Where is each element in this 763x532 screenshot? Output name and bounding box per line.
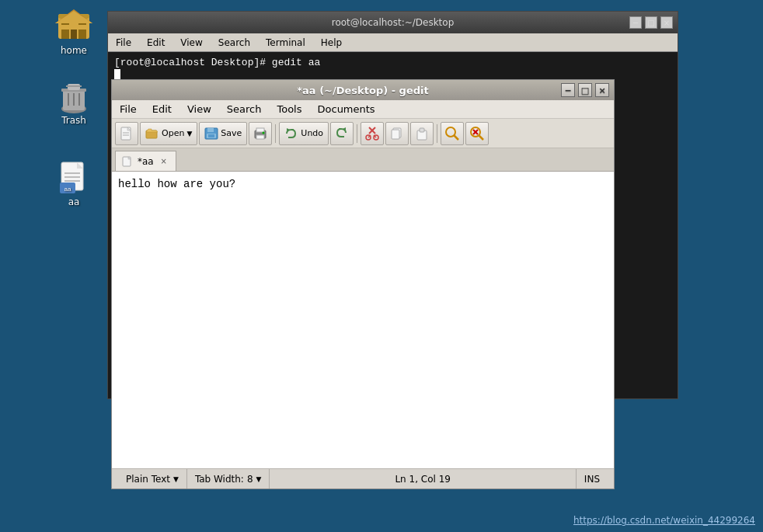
gedit-maximize-btn[interactable]: □ (578, 83, 592, 97)
tab-width-value: 8 (247, 474, 253, 485)
tab-name: *aa (138, 156, 154, 167)
cut-button[interactable] (361, 122, 384, 145)
terminal-menu-edit[interactable]: Edit (139, 36, 172, 50)
undo-label: Undo (301, 128, 323, 138)
home-desktop-icon[interactable]: home (43, 8, 105, 56)
terminal-close-btn[interactable]: × (660, 16, 673, 29)
terminal-title-buttons: − □ × (629, 16, 673, 29)
gedit-menu-file[interactable]: File (112, 102, 145, 116)
terminal-title: root@localhost:~/Desktop (332, 17, 455, 28)
copy-button[interactable] (385, 122, 409, 145)
terminal-cursor (114, 69, 120, 80)
svg-text:aa: aa (64, 186, 71, 193)
svg-rect-49 (420, 128, 424, 132)
svg-rect-31 (207, 128, 214, 132)
undo-icon (284, 127, 298, 140)
redo-button[interactable] (330, 122, 354, 145)
svg-rect-6 (71, 30, 77, 39)
trash-desktop-icon[interactable]: Trash (43, 78, 105, 126)
svg-line-53 (479, 135, 483, 140)
terminal-menu-file[interactable]: File (108, 36, 139, 50)
tab-close-btn[interactable]: × (159, 156, 169, 167)
file-icon: aa (55, 159, 92, 196)
copy-icon (389, 126, 405, 141)
open-icon (145, 127, 159, 140)
gedit-titlebar: *aa (~/Desktop) - gedit − □ × (112, 80, 614, 100)
footer-link[interactable]: https://blog.csdn.net/weixin_44299264 (573, 515, 755, 526)
terminal-menu-view[interactable]: View (172, 36, 210, 50)
find-icon (444, 125, 461, 142)
gedit-title: *aa (~/Desktop) - gedit (297, 85, 428, 96)
tab-width-dropdown-icon: ▼ (256, 475, 262, 483)
gedit-minimize-btn[interactable]: − (561, 83, 575, 97)
print-button[interactable] (249, 122, 272, 145)
undo-button[interactable]: Undo (279, 122, 329, 145)
tab-width-section[interactable]: Tab Width: 8 ▼ (187, 469, 270, 489)
gedit-window: *aa (~/Desktop) - gedit − □ × File Edit … (111, 79, 615, 489)
svg-rect-33 (208, 134, 214, 137)
trash-icon (55, 78, 92, 115)
language-dropdown-icon: ▼ (173, 475, 179, 483)
gedit-menu-view[interactable]: View (179, 102, 219, 116)
paste-icon (414, 126, 430, 141)
terminal-text: [root@localhost Desktop]# gedit aa (114, 57, 671, 68)
gedit-tabs: *aa × (112, 148, 614, 172)
terminal-titlebar: root@localhost:~/Desktop − □ × (108, 12, 678, 33)
svg-line-51 (454, 135, 458, 140)
tab-aa[interactable]: *aa × (115, 151, 176, 171)
open-button[interactable]: Open ▼ (140, 122, 197, 145)
editor-textarea[interactable]: hello how are you? (112, 172, 614, 468)
svg-rect-35 (256, 128, 264, 132)
terminal-menu-search[interactable]: Search (211, 36, 258, 50)
language-label: Plain Text (126, 474, 170, 485)
svg-rect-47 (392, 130, 399, 139)
svg-rect-36 (256, 135, 264, 139)
gedit-menu-search[interactable]: Search (219, 102, 270, 116)
clear-icon (469, 125, 486, 142)
open-chevron-icon[interactable]: ▼ (186, 130, 192, 137)
terminal-menubar: File Edit View Search Terminal Help (108, 33, 678, 52)
toolbar-separator-2 (357, 124, 357, 143)
cut-icon (364, 126, 380, 141)
gedit-statusbar: Plain Text ▼ Tab Width: 8 ▼ Ln 1, Col 19… (112, 468, 614, 489)
terminal-menu-terminal[interactable]: Terminal (258, 36, 313, 50)
tab-file-icon (122, 156, 133, 167)
language-section[interactable]: Plain Text ▼ (118, 469, 187, 489)
open-label: Open (162, 128, 184, 138)
redo-icon (334, 127, 350, 141)
svg-rect-5 (78, 30, 86, 39)
toolbar-separator-3 (437, 124, 437, 143)
svg-point-37 (263, 131, 265, 134)
clear-button[interactable] (465, 122, 489, 145)
gedit-titlebar-buttons: − □ × (561, 83, 609, 97)
new-button[interactable] (115, 122, 138, 145)
terminal-minimize-btn[interactable]: − (629, 16, 642, 29)
svg-rect-4 (61, 30, 69, 39)
terminal-menu-help[interactable]: Help (313, 36, 350, 50)
gedit-menu-edit[interactable]: Edit (145, 102, 179, 116)
new-icon (119, 126, 134, 141)
gedit-close-btn[interactable]: × (595, 83, 609, 97)
gedit-toolbar: Open ▼ Save (112, 119, 614, 148)
gedit-menu-tools[interactable]: Tools (269, 102, 309, 116)
paste-button[interactable] (410, 122, 434, 145)
aa-file-icon[interactable]: aa aa (43, 159, 105, 207)
save-button[interactable]: Save (199, 122, 247, 145)
terminal-maximize-btn[interactable]: □ (645, 16, 657, 29)
save-label: Save (221, 128, 242, 138)
print-icon (253, 126, 268, 141)
tab-width-label: Tab Width: (195, 474, 244, 485)
toolbar-separator-1 (275, 124, 276, 143)
gedit-menu-documents[interactable]: Documents (310, 102, 383, 116)
home-icon (55, 8, 92, 45)
cursor-position-section: Ln 1, Col 19 (270, 469, 576, 489)
insert-mode: INS (584, 474, 600, 485)
save-icon (204, 127, 218, 140)
cursor-position: Ln 1, Col 19 (395, 474, 451, 485)
find-button[interactable] (441, 122, 464, 145)
svg-rect-13 (66, 85, 82, 87)
editor-content: hello how are you? (112, 172, 614, 468)
gedit-menubar: File Edit View Search Tools Documents (112, 100, 614, 119)
insert-mode-section: INS (577, 469, 608, 489)
